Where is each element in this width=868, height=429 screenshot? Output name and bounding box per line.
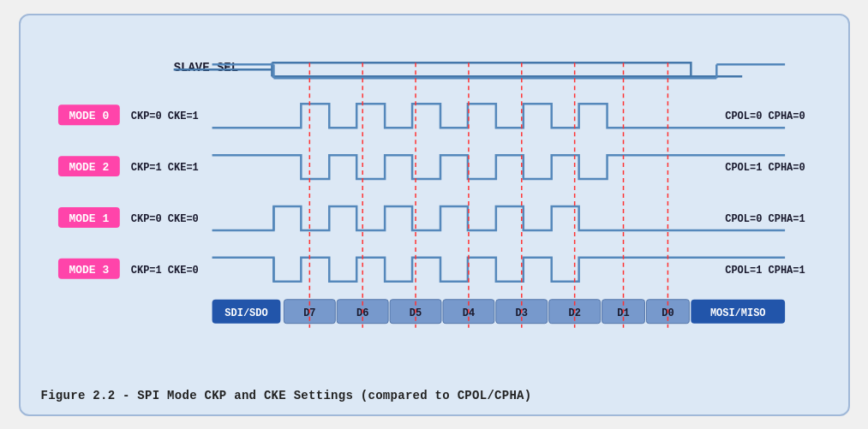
svg-text:MOSI/MISO: MOSI/MISO <box>709 307 765 319</box>
svg-text:CPOL=1  CPHA=1: CPOL=1 CPHA=1 <box>725 264 805 276</box>
svg-text:CKP=0  CKE=1: CKP=0 CKE=1 <box>130 110 198 122</box>
svg-text:CKP=1  CKE=1: CKP=1 CKE=1 <box>130 162 198 174</box>
svg-text:MODE 2: MODE 2 <box>69 161 109 174</box>
timing-diagram: .mono { font-family: 'Courier New', Cour… <box>41 31 828 380</box>
svg-text:CKP=0  CKE=0: CKP=0 CKE=0 <box>130 212 198 224</box>
main-container: .mono { font-family: 'Courier New', Cour… <box>19 14 850 416</box>
svg-text:MODE 0: MODE 0 <box>69 110 109 122</box>
figure-caption: Figure 2.2 - SPI Mode CKP and CKE Settin… <box>41 389 828 402</box>
svg-text:MODE 3: MODE 3 <box>69 263 109 276</box>
svg-text:CPOL=1  CPHA=0: CPOL=1 CPHA=0 <box>725 162 805 174</box>
svg-text:SDI/SDO: SDI/SDO <box>224 307 267 319</box>
svg-text:CPOL=0  CPHA=0: CPOL=0 CPHA=0 <box>725 110 805 122</box>
slave-sel-label: SLAVE SEL <box>173 61 237 74</box>
svg-text:MODE 1: MODE 1 <box>69 212 109 224</box>
svg-text:CKP=1  CKE=0: CKP=1 CKE=0 <box>130 264 198 276</box>
svg-text:CPOL=0  CPHA=1: CPOL=0 CPHA=1 <box>725 212 805 224</box>
diagram-area: .mono { font-family: 'Courier New', Cour… <box>41 31 828 380</box>
